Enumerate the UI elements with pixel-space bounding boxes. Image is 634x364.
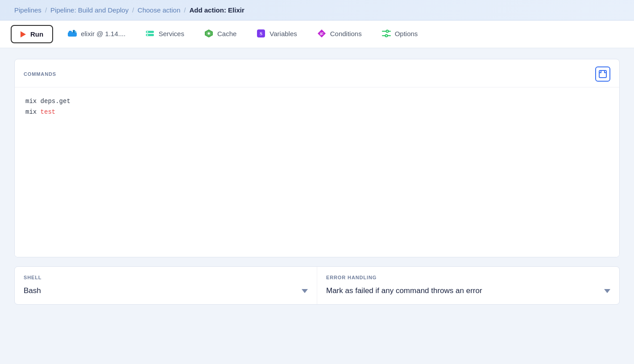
- tab-services[interactable]: Services: [136, 21, 193, 48]
- shell-chevron-icon[interactable]: [302, 289, 308, 293]
- commands-panel: COMMANDS mix deps.get mix test: [14, 59, 620, 257]
- breadcrumb: Pipelines / Pipeline: Build and Deploy /…: [0, 0, 634, 21]
- breadcrumb-pipeline[interactable]: Pipeline: Build and Deploy: [50, 6, 128, 14]
- shell-value: Bash: [24, 286, 41, 295]
- elixir-icon: [67, 29, 77, 38]
- tab-options[interactable]: Options: [373, 21, 427, 48]
- breadcrumb-current: Add action: Elixir: [189, 6, 244, 14]
- services-icon: [145, 29, 155, 38]
- tab-elixir[interactable]: elixir @ 1.14....: [58, 21, 134, 48]
- tabs-bar: Run elixir @ 1.14.... Services: [0, 21, 634, 48]
- error-handling-label: ERROR HANDLING: [326, 275, 610, 280]
- svg-text:S: S: [260, 31, 262, 36]
- svg-rect-1: [69, 31, 72, 33]
- svg-text:IF: IF: [320, 32, 324, 36]
- tab-cache[interactable]: Cache: [195, 21, 245, 48]
- variables-icon: S: [256, 29, 266, 38]
- breadcrumb-sep-3: /: [184, 6, 186, 14]
- run-icon: [21, 31, 26, 37]
- error-handling-chevron-icon[interactable]: [604, 289, 610, 293]
- breadcrumb-choose-action[interactable]: Choose action: [137, 6, 180, 14]
- shell-section: SHELL Bash: [15, 267, 317, 304]
- tab-variables[interactable]: S Variables: [247, 21, 306, 48]
- svg-point-7: [147, 34, 148, 36]
- run-tab-label: Run: [30, 30, 43, 38]
- tab-conditions[interactable]: IF Conditions: [308, 21, 371, 48]
- breadcrumb-sep-1: /: [45, 6, 47, 14]
- commands-label: COMMANDS: [24, 71, 56, 77]
- services-tab-label: Services: [158, 30, 184, 37]
- conditions-icon: IF: [317, 29, 327, 38]
- shell-label: SHELL: [24, 275, 308, 280]
- conditions-tab-label: Conditions: [330, 30, 362, 37]
- expand-button[interactable]: [595, 66, 610, 82]
- shell-select-row[interactable]: Bash: [24, 286, 308, 295]
- cache-icon: [204, 29, 214, 38]
- error-handling-section: ERROR HANDLING Mark as failed if any com…: [317, 267, 619, 304]
- bottom-panel: SHELL Bash ERROR HANDLING Mark as failed…: [14, 266, 620, 305]
- commands-panel-header: COMMANDS: [15, 59, 619, 87]
- error-handling-value: Mark as failed if any command throws an …: [326, 286, 482, 295]
- options-tab-label: Options: [395, 30, 418, 37]
- breadcrumb-sep-2: /: [132, 6, 134, 14]
- cache-tab-label: Cache: [217, 30, 236, 37]
- variables-tab-label: Variables: [269, 30, 297, 37]
- error-handling-select-row[interactable]: Mark as failed if any command throws an …: [326, 286, 610, 295]
- breadcrumb-pipelines[interactable]: Pipelines: [14, 6, 41, 14]
- svg-point-3: [75, 31, 76, 33]
- code-line-2: mix test: [25, 107, 609, 118]
- expand-icon: [599, 70, 607, 78]
- svg-point-10: [207, 33, 210, 35]
- run-tab-button[interactable]: Run: [11, 25, 53, 43]
- code-line-1: mix deps.get: [25, 96, 609, 107]
- options-icon: [381, 29, 391, 38]
- main-content: COMMANDS mix deps.get mix test SHELL Bas…: [0, 48, 634, 315]
- svg-point-6: [147, 31, 148, 33]
- code-display[interactable]: mix deps.get mix test: [15, 87, 619, 257]
- svg-rect-21: [599, 70, 606, 78]
- elixir-tab-label: elixir @ 1.14....: [81, 30, 125, 37]
